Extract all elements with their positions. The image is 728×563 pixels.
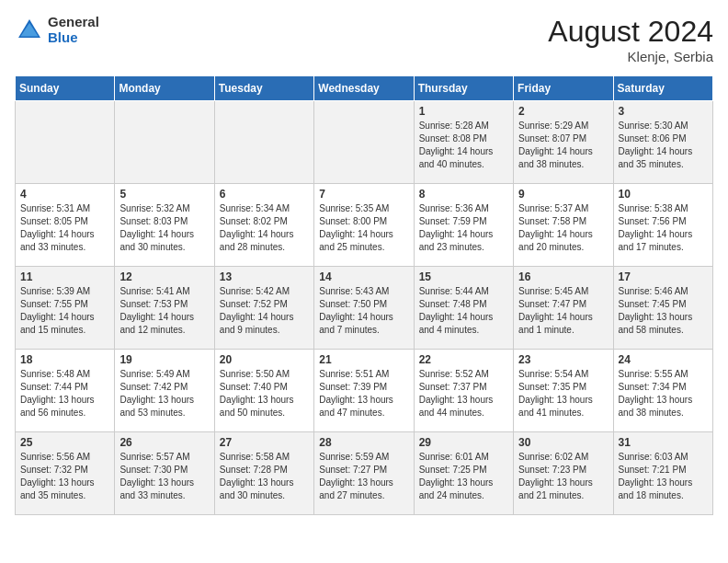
cell-content: Sunrise: 5:42 AM Sunset: 7:52 PM Dayligh… — [220, 285, 309, 337]
day-number: 23 — [518, 353, 608, 366]
cell-content: Sunrise: 5:32 AM Sunset: 8:03 PM Dayligh… — [119, 202, 209, 254]
cell-content: Sunrise: 6:03 AM Sunset: 7:21 PM Dayligh… — [619, 451, 708, 502]
page-header: General Blue August 2024 Klenje, Serbia — [15, 15, 713, 64]
calendar-cell: 28Sunrise: 5:59 AM Sunset: 7:27 PM Dayli… — [314, 432, 414, 515]
cell-content: Sunrise: 5:31 AM Sunset: 8:05 PM Dayligh… — [20, 202, 109, 254]
calendar-cell — [314, 101, 414, 184]
cell-content: Sunrise: 5:55 AM Sunset: 7:34 PM Dayligh… — [619, 368, 708, 419]
cell-content: Sunrise: 5:50 AM Sunset: 7:40 PM Dayligh… — [220, 368, 309, 419]
header-cell-monday: Monday — [115, 76, 214, 101]
cell-content: Sunrise: 5:37 AM Sunset: 7:58 PM Dayligh… — [518, 202, 608, 254]
week-row-4: 18Sunrise: 5:48 AM Sunset: 7:44 PM Dayli… — [16, 350, 713, 432]
cell-content: Sunrise: 5:35 AM Sunset: 8:00 PM Dayligh… — [319, 202, 408, 254]
cell-content: Sunrise: 5:44 AM Sunset: 7:48 PM Dayligh… — [419, 285, 508, 337]
day-number: 15 — [419, 270, 508, 283]
day-number: 16 — [518, 270, 608, 283]
day-number: 21 — [319, 353, 408, 366]
calendar-table: SundayMondayTuesdayWednesdayThursdayFrid… — [15, 75, 713, 515]
day-number: 8 — [419, 188, 508, 201]
cell-content: Sunrise: 5:49 AM Sunset: 7:42 PM Dayligh… — [119, 368, 209, 419]
calendar-cell: 13Sunrise: 5:42 AM Sunset: 7:52 PM Dayli… — [214, 267, 313, 350]
cell-content: Sunrise: 5:59 AM Sunset: 7:27 PM Dayligh… — [319, 451, 408, 502]
calendar-cell: 22Sunrise: 5:52 AM Sunset: 7:37 PM Dayli… — [414, 350, 513, 432]
calendar-cell: 26Sunrise: 5:57 AM Sunset: 7:30 PM Dayli… — [115, 432, 214, 515]
cell-content: Sunrise: 6:02 AM Sunset: 7:23 PM Dayligh… — [518, 451, 608, 502]
location-subtitle: Klenje, Serbia — [548, 49, 713, 64]
logo: General Blue — [15, 15, 99, 45]
day-number: 31 — [619, 436, 708, 449]
month-year-title: August 2024 — [548, 15, 713, 49]
day-number: 28 — [319, 436, 408, 449]
day-number: 7 — [319, 188, 408, 201]
day-number: 5 — [119, 188, 209, 201]
calendar-cell: 18Sunrise: 5:48 AM Sunset: 7:44 PM Dayli… — [16, 350, 115, 432]
calendar-cell: 12Sunrise: 5:41 AM Sunset: 7:53 PM Dayli… — [115, 267, 214, 350]
calendar-cell: 7Sunrise: 5:35 AM Sunset: 8:00 PM Daylig… — [314, 184, 414, 267]
day-number: 17 — [619, 270, 708, 283]
day-number: 24 — [619, 353, 708, 366]
calendar-cell: 21Sunrise: 5:51 AM Sunset: 7:39 PM Dayli… — [314, 350, 414, 432]
calendar-cell: 6Sunrise: 5:34 AM Sunset: 8:02 PM Daylig… — [214, 184, 313, 267]
cell-content: Sunrise: 5:36 AM Sunset: 7:59 PM Dayligh… — [419, 202, 508, 254]
logo-text: General Blue — [48, 15, 99, 45]
day-number: 25 — [20, 436, 109, 449]
cell-content: Sunrise: 6:01 AM Sunset: 7:25 PM Dayligh… — [419, 451, 508, 502]
week-row-1: 1Sunrise: 5:28 AM Sunset: 8:08 PM Daylig… — [16, 101, 713, 184]
week-row-5: 25Sunrise: 5:56 AM Sunset: 7:32 PM Dayli… — [16, 432, 713, 515]
calendar-cell: 3Sunrise: 5:30 AM Sunset: 8:06 PM Daylig… — [613, 101, 712, 184]
cell-content: Sunrise: 5:56 AM Sunset: 7:32 PM Dayligh… — [20, 451, 109, 502]
calendar-cell: 27Sunrise: 5:58 AM Sunset: 7:28 PM Dayli… — [214, 432, 313, 515]
cell-content: Sunrise: 5:39 AM Sunset: 7:55 PM Dayligh… — [20, 285, 109, 337]
cell-content: Sunrise: 5:34 AM Sunset: 8:02 PM Dayligh… — [220, 202, 309, 254]
day-number: 18 — [20, 353, 109, 366]
title-block: August 2024 Klenje, Serbia — [548, 15, 713, 64]
calendar-cell: 9Sunrise: 5:37 AM Sunset: 7:58 PM Daylig… — [514, 184, 613, 267]
cell-content: Sunrise: 5:54 AM Sunset: 7:35 PM Dayligh… — [518, 368, 608, 419]
calendar-cell: 16Sunrise: 5:45 AM Sunset: 7:47 PM Dayli… — [514, 267, 613, 350]
calendar-body: 1Sunrise: 5:28 AM Sunset: 8:08 PM Daylig… — [16, 101, 713, 515]
calendar-cell: 25Sunrise: 5:56 AM Sunset: 7:32 PM Dayli… — [16, 432, 115, 515]
day-number: 2 — [518, 105, 608, 118]
day-number: 20 — [220, 353, 309, 366]
calendar-cell: 11Sunrise: 5:39 AM Sunset: 7:55 PM Dayli… — [16, 267, 115, 350]
cell-content: Sunrise: 5:46 AM Sunset: 7:45 PM Dayligh… — [619, 285, 708, 337]
header-row: SundayMondayTuesdayWednesdayThursdayFrid… — [16, 76, 713, 101]
cell-content: Sunrise: 5:57 AM Sunset: 7:30 PM Dayligh… — [119, 451, 209, 502]
calendar-cell: 17Sunrise: 5:46 AM Sunset: 7:45 PM Dayli… — [613, 267, 712, 350]
logo-icon — [15, 16, 44, 45]
calendar-cell: 2Sunrise: 5:29 AM Sunset: 8:07 PM Daylig… — [514, 101, 613, 184]
cell-content: Sunrise: 5:28 AM Sunset: 8:08 PM Dayligh… — [419, 120, 508, 171]
cell-content: Sunrise: 5:52 AM Sunset: 7:37 PM Dayligh… — [419, 368, 508, 419]
day-number: 6 — [220, 188, 309, 201]
header-cell-saturday: Saturday — [613, 76, 712, 101]
cell-content: Sunrise: 5:51 AM Sunset: 7:39 PM Dayligh… — [319, 368, 408, 419]
day-number: 12 — [119, 270, 209, 283]
header-cell-tuesday: Tuesday — [214, 76, 313, 101]
calendar-cell: 30Sunrise: 6:02 AM Sunset: 7:23 PM Dayli… — [514, 432, 613, 515]
calendar-cell: 19Sunrise: 5:49 AM Sunset: 7:42 PM Dayli… — [115, 350, 214, 432]
calendar-cell: 8Sunrise: 5:36 AM Sunset: 7:59 PM Daylig… — [414, 184, 513, 267]
calendar-cell: 10Sunrise: 5:38 AM Sunset: 7:56 PM Dayli… — [613, 184, 712, 267]
calendar-cell: 15Sunrise: 5:44 AM Sunset: 7:48 PM Dayli… — [414, 267, 513, 350]
calendar-cell: 23Sunrise: 5:54 AM Sunset: 7:35 PM Dayli… — [514, 350, 613, 432]
header-cell-friday: Friday — [514, 76, 613, 101]
day-number: 9 — [518, 188, 608, 201]
cell-content: Sunrise: 5:38 AM Sunset: 7:56 PM Dayligh… — [619, 202, 708, 254]
day-number: 19 — [119, 353, 209, 366]
calendar-cell: 14Sunrise: 5:43 AM Sunset: 7:50 PM Dayli… — [314, 267, 414, 350]
calendar-cell: 4Sunrise: 5:31 AM Sunset: 8:05 PM Daylig… — [16, 184, 115, 267]
day-number: 29 — [419, 436, 508, 449]
day-number: 26 — [119, 436, 209, 449]
cell-content: Sunrise: 5:43 AM Sunset: 7:50 PM Dayligh… — [319, 285, 408, 337]
week-row-2: 4Sunrise: 5:31 AM Sunset: 8:05 PM Daylig… — [16, 184, 713, 267]
header-cell-wednesday: Wednesday — [314, 76, 414, 101]
calendar-cell: 24Sunrise: 5:55 AM Sunset: 7:34 PM Dayli… — [613, 350, 712, 432]
header-cell-thursday: Thursday — [414, 76, 513, 101]
logo-blue: Blue — [48, 30, 99, 46]
day-number: 27 — [220, 436, 309, 449]
calendar-cell: 1Sunrise: 5:28 AM Sunset: 8:08 PM Daylig… — [414, 101, 513, 184]
calendar-cell: 5Sunrise: 5:32 AM Sunset: 8:03 PM Daylig… — [115, 184, 214, 267]
calendar-cell — [214, 101, 313, 184]
logo-general: General — [48, 15, 99, 30]
week-row-3: 11Sunrise: 5:39 AM Sunset: 7:55 PM Dayli… — [16, 267, 713, 350]
